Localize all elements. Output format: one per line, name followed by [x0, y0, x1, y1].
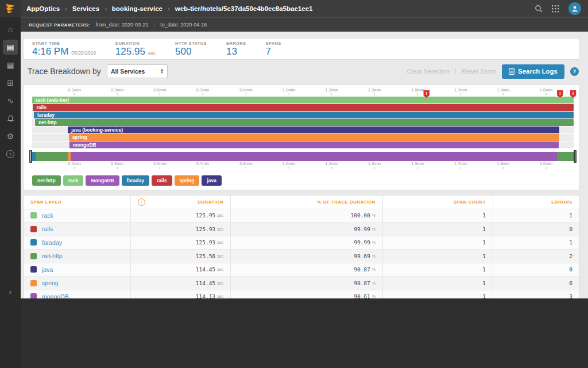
legend-chip-net-http[interactable]: net-http [32, 175, 61, 186]
layer-name-link[interactable]: rack [42, 212, 53, 219]
page-body: START TIME 4:16 PM05/20/2019 DURATION 12… [21, 32, 588, 298]
sidebar-item-settings[interactable]: ⚙ [3, 129, 18, 144]
search-logs-button[interactable]: Search Logs [502, 64, 564, 79]
solarwinds-logo[interactable] [0, 0, 21, 17]
span-bar-faraday[interactable]: faraday [34, 112, 574, 118]
app-grid-icon[interactable] [552, 5, 559, 13]
minimap-track[interactable] [32, 152, 574, 161]
sidebar-item-traces[interactable]: ▤ [3, 40, 18, 55]
sidebar-item-help[interactable]: ? [3, 147, 18, 162]
pct-value: 90.61 [354, 293, 370, 298]
divider [455, 68, 456, 75]
sort-descending-icon[interactable]: ↓ [138, 198, 145, 206]
cell-pct-trace-duration: 90.61% [231, 290, 383, 299]
sidebar-expand-chevron[interactable]: › [0, 288, 21, 296]
gear-icon: ⚙ [7, 132, 14, 141]
sidebar-item-dashboards[interactable]: ⊞ [3, 75, 18, 90]
table-row-mongoDB[interactable]: mongoDB114.13sec90.61%13 [24, 290, 579, 299]
layer-name-link[interactable]: faraday [42, 239, 62, 246]
axis-tick-line [331, 167, 332, 169]
sidebar-item-home[interactable]: ⌂ [3, 22, 18, 37]
solarwinds-logo-icon [5, 3, 16, 14]
layer-name-link[interactable]: spring [42, 279, 59, 286]
table-row-faraday[interactable]: faraday125.93sec99.99%11 [24, 236, 579, 250]
span-bar-java[interactable]: java (booking-service) [68, 126, 559, 133]
axis-tick-label: 1.0min [283, 87, 296, 93]
minimap-segment-mongoDB [71, 152, 557, 161]
table-row-rails[interactable]: rails125.93sec99.99%10 [24, 223, 579, 236]
sidebar: ⌂ ▤ ▦ ⊞ ∿ ⚙ ? › [0, 17, 21, 368]
table-row-rack[interactable]: rack125.95sec100.00%11 [24, 209, 579, 223]
breakdown-select[interactable]: All Services ▲▼ [107, 64, 168, 78]
column-header-span-count[interactable]: SPAN COUNT [383, 195, 493, 209]
legend-chip-mongoDB[interactable]: mongoDB [86, 175, 119, 186]
layer-name-link[interactable]: net-http [42, 252, 63, 259]
column-header-errors[interactable]: ERRORS [493, 195, 579, 209]
pct-value: 90.87 [354, 266, 370, 273]
cell-errors: 0 [493, 223, 579, 236]
span-bar-label: net-http [35, 119, 574, 126]
cell-errors: 6 [493, 277, 579, 290]
search-icon[interactable] [535, 5, 543, 13]
span-bars: rack (web-tier)railsfaradaynet-httpjava … [32, 97, 574, 148]
table-row-net-http[interactable]: net-http125.56sec99.69%12 [24, 250, 579, 263]
duration-unit: sec [217, 240, 223, 244]
span-bar-rails[interactable]: rails [33, 104, 574, 111]
axis-tick-line [160, 93, 160, 95]
axis-tick-line [74, 167, 75, 169]
legend-chip-rails[interactable]: rails [152, 175, 172, 186]
axis-tick-label: 1.5min [411, 87, 424, 93]
span-bar-spring[interactable]: spring [69, 134, 559, 141]
sidebar-item-metrics[interactable]: ▦ [3, 57, 18, 72]
breadcrumb-trace-id[interactable]: web-tier/hotels/5c37da50e4b0ec8a5bae1ee1 [175, 5, 313, 12]
breadcrumb-booking-service[interactable]: booking-service [112, 5, 163, 12]
table-body: rack125.95sec100.00%11rails125.93sec99.9… [24, 209, 579, 299]
clear-selection-link[interactable]: Clear Selection [407, 68, 450, 75]
sidebar-item-live[interactable]: ∿ [3, 93, 18, 108]
layer-color-swatch [30, 253, 37, 259]
stat-label: HTTP STATUS [175, 41, 207, 46]
toolbar-actions: Clear Selection Reset Zoom Search Logs ? [407, 64, 579, 79]
legend-chip-faraday[interactable]: faraday [122, 175, 149, 186]
span-bar-mongoDB[interactable]: mongoDB [69, 141, 559, 148]
legend-chip-spring[interactable]: spring [175, 175, 200, 186]
axis-tick-line [288, 167, 289, 169]
legend-chip-rack[interactable]: rack [63, 175, 84, 186]
axis-tick: 1.2min [325, 87, 338, 95]
span-count-value: 1 [482, 293, 486, 298]
span-bar-net-http[interactable]: net-http [35, 119, 574, 126]
axis-tick-label: 1.2min [325, 161, 338, 166]
table-row-spring[interactable]: spring114.45sec90.87%16 [24, 277, 579, 290]
axis-tick-label: 0.8min [239, 87, 253, 93]
sidebar-item-alerts[interactable] [3, 111, 18, 126]
help-badge-icon[interactable]: ? [570, 67, 579, 76]
layer-name-link[interactable]: mongoDB [42, 293, 69, 298]
table-row-java[interactable]: java114.45sec90.87%10 [24, 263, 579, 277]
column-header-span-layer[interactable]: SPAN LAYER [24, 195, 131, 209]
pct-unit: % [372, 294, 376, 298]
column-header-duration[interactable]: ↓ DURATION [131, 195, 231, 209]
user-avatar[interactable] [568, 2, 581, 15]
reset-zoom-link[interactable]: Reset Zoom [462, 68, 496, 75]
cell-span-layer: mongoDB [24, 290, 131, 299]
breadcrumb-services[interactable]: Services [72, 5, 99, 12]
span-bar-label: rails [33, 104, 574, 111]
stat-value: 4:16 PM [32, 46, 68, 57]
axis-tick-line [417, 93, 418, 95]
minimap-right-handle[interactable] [574, 150, 577, 163]
column-header-pct-trace-duration[interactable]: % OF TRACE DURATION [231, 195, 383, 209]
axis-tick-line [546, 93, 546, 95]
breadcrumb-appoptics[interactable]: AppOptics [26, 5, 60, 12]
axis-tick-line [117, 93, 118, 95]
axis-tick: 0.3min [111, 87, 124, 95]
span-bar-rack[interactable]: rack (web-tier) [32, 97, 574, 103]
axis-tick: 0.8min [239, 161, 253, 169]
axis-tick: 1.8min [497, 87, 510, 95]
layer-name-link[interactable]: rails [42, 225, 53, 232]
axis-tick-line [246, 93, 246, 95]
stat-spans: SPANS 7 [265, 41, 281, 57]
bell-icon [7, 115, 14, 122]
minimap-left-handle[interactable] [29, 150, 32, 163]
layer-name-link[interactable]: java [42, 266, 53, 273]
legend-chip-java[interactable]: java [202, 175, 222, 186]
